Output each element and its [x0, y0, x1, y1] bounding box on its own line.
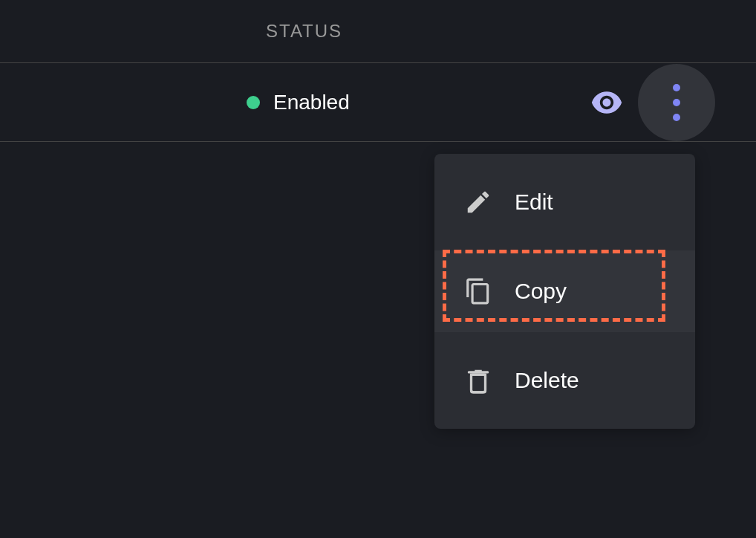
copy-icon [463, 276, 494, 307]
menu-item-label: Delete [515, 368, 579, 393]
status-column-header: STATUS [266, 21, 342, 42]
status-dot-icon [247, 96, 260, 109]
menu-item-edit[interactable]: Edit [434, 154, 695, 250]
menu-item-delete[interactable]: Delete [434, 332, 695, 429]
status-text: Enabled [273, 91, 350, 114]
row-actions [590, 64, 715, 141]
menu-item-label: Edit [515, 189, 553, 215]
more-actions-button[interactable] [638, 64, 715, 141]
trash-icon [463, 365, 494, 396]
pencil-icon [463, 187, 494, 218]
more-vertical-icon [673, 84, 680, 121]
table-header: STATUS [0, 0, 756, 63]
table-row: Enabled [0, 63, 756, 142]
menu-item-copy[interactable]: Copy [434, 250, 695, 332]
actions-dropdown-menu: Edit Copy Delete [434, 154, 695, 429]
svg-rect-0 [472, 375, 486, 392]
view-icon[interactable] [590, 89, 623, 116]
menu-item-label: Copy [515, 279, 567, 304]
